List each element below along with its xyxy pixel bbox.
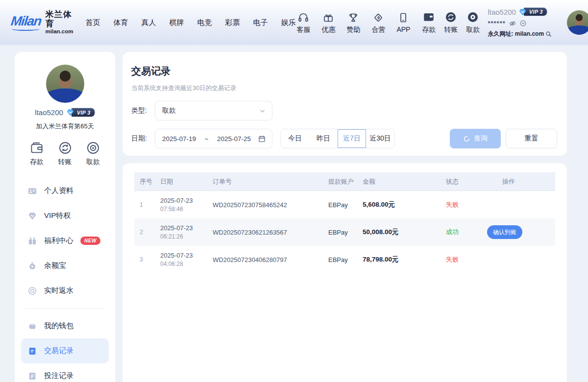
vip-diamond-icon	[518, 8, 527, 16]
nav-item-chess[interactable]: 棋牌	[169, 18, 184, 27]
page-title: 交易记录	[131, 65, 557, 78]
sidebar-divider	[25, 308, 105, 309]
sidebar-item-welfare[interactable]: 福利中心 NEW	[21, 228, 109, 253]
sidebar-username: ltao5200	[35, 108, 63, 117]
sidebar-item-rebate[interactable]: 实时返水	[21, 278, 109, 303]
nav-item-esports[interactable]: 电竞	[197, 18, 212, 27]
sidebar-item-vip[interactable]: VIP特权	[21, 203, 109, 228]
tag-icon	[372, 11, 384, 24]
refresh-balance-icon[interactable]	[519, 20, 527, 27]
transfer-label: 转账	[444, 25, 458, 34]
vip-diamond-icon	[66, 108, 74, 117]
sidebar-item-yuebao-label: 余额宝	[44, 261, 66, 270]
sidebar-quick-actions: 存款 转账 取款	[15, 141, 115, 167]
brand-logo-script: Milan	[10, 14, 42, 31]
table-row: 3 2025-07-23 04:06:28 WD2025072304062807…	[134, 246, 555, 273]
type-select[interactable]: 取款	[155, 101, 272, 120]
partner-link[interactable]: 合营	[370, 11, 386, 34]
sidebar-user-line: ltao5200 VIP 3	[15, 108, 115, 117]
row-date-day: 2025-07-23	[160, 224, 213, 232]
sidebar-item-yuebao[interactable]: 余额宝	[21, 253, 109, 278]
withdraw-label: 取款	[466, 25, 480, 34]
promo-link[interactable]: 优惠	[320, 11, 336, 34]
table-row: 1 2025-07-23 07:58:46 WD2025072307584652…	[134, 191, 555, 218]
col-index: 序号	[134, 177, 160, 186]
deposit-link[interactable]: 存款	[421, 11, 437, 34]
row-status: 失败	[446, 255, 502, 264]
sidebar-withdraw-label: 取款	[86, 158, 100, 167]
user-block: ltao5200 VIP 3 ******	[488, 7, 562, 38]
date-start: 2025-07-19	[162, 135, 196, 143]
id-card-icon	[27, 186, 37, 196]
sidebar-item-bets[interactable]: 投注记录	[21, 363, 109, 382]
sidebar-withdraw-button[interactable]: 取款	[86, 141, 100, 167]
vip-level-label: VIP 3	[523, 7, 547, 16]
transfer-outline-icon	[58, 141, 73, 155]
sidebar-item-wallet[interactable]: 我的钱包	[21, 313, 109, 338]
sidebar-item-vip-label: VIP特权	[44, 211, 71, 220]
row-action: 确认到账	[502, 225, 555, 239]
range-30days-button[interactable]: 近30日	[366, 129, 394, 148]
date-end: 2025-07-25	[217, 135, 251, 143]
range-yesterday-button[interactable]: 昨日	[309, 129, 338, 148]
nav-item-casino[interactable]: 娱乐	[281, 18, 295, 27]
header-wallet-links: 存款 转账	[421, 11, 481, 34]
sidebar-item-profile-label: 个人资料	[44, 186, 74, 195]
reset-button[interactable]: 重置	[506, 129, 557, 148]
user-avatar[interactable]	[567, 10, 588, 35]
row-order-no: WD202507230621263567	[213, 229, 328, 236]
range-7days-button[interactable]: 近7日	[338, 129, 366, 148]
join-days-text: 加入米兰体育第65天	[15, 122, 115, 131]
new-badge: NEW	[80, 237, 100, 245]
sidebar-avatar[interactable]	[46, 65, 84, 103]
service-link[interactable]: 客服	[295, 11, 311, 34]
trophy-icon	[347, 11, 359, 24]
transfer-link[interactable]: 转账	[443, 11, 459, 34]
date-label: 日期:	[131, 134, 155, 143]
date-range-input[interactable]: 2025-07-19 ~ 2025-07-25	[155, 129, 272, 148]
col-action: 操作	[502, 177, 555, 186]
withdraw-outline-icon	[86, 141, 100, 155]
sidebar-deposit-button[interactable]: 存款	[29, 141, 44, 167]
nav-item-sports[interactable]: 体育	[113, 18, 128, 27]
magnifier-icon[interactable]	[545, 30, 552, 38]
masked-balance: ******	[488, 20, 505, 26]
phone-icon	[397, 11, 409, 24]
row-index: 2	[134, 229, 160, 236]
range-today-button[interactable]: 今日	[281, 129, 309, 148]
chevron-down-icon	[259, 107, 266, 115]
withdraw-link[interactable]: 取款	[465, 11, 481, 34]
confirm-received-button[interactable]: 确认到账	[487, 225, 522, 239]
query-button[interactable]: 查询	[450, 129, 501, 148]
row-date: 2025-07-23 04:06:28	[160, 252, 213, 267]
deposit-label: 存款	[422, 25, 436, 34]
sidebar-menu: 个人资料 VIP特权 福利中心 NEW	[15, 178, 115, 382]
row-account: EBPay	[328, 201, 363, 209]
sidebar-item-transactions[interactable]: 交易记录	[21, 338, 109, 363]
sidebar-item-profile[interactable]: 个人资料	[21, 178, 109, 203]
sidebar-transfer-button[interactable]: 转账	[58, 141, 73, 167]
row-order-no: WD202507230406280797	[213, 256, 328, 263]
sponsor-link[interactable]: 赞助	[345, 11, 361, 34]
brand-logo-text: 米兰体育 milan.com	[46, 10, 74, 35]
rebate-icon	[27, 286, 37, 296]
eye-off-icon[interactable]	[509, 20, 516, 27]
app-link[interactable]: APP	[395, 11, 411, 34]
header-quick-links: 客服 优惠	[295, 11, 411, 34]
sidebar-vip-level: VIP 3	[71, 108, 95, 117]
brand-logo[interactable]: Milan 米兰体育 milan.com	[11, 10, 73, 35]
site-url-text: 永久网址: milan.com	[488, 31, 544, 37]
nav-item-live[interactable]: 真人	[141, 18, 156, 27]
vip-diamond-icon	[27, 211, 37, 221]
sidebar-transfer-label: 转账	[58, 158, 72, 167]
nav-item-slots[interactable]: 电子	[253, 18, 268, 27]
nav-item-lottery[interactable]: 彩票	[225, 18, 240, 27]
col-amount: 金额	[363, 177, 446, 186]
reset-button-label: 重置	[525, 134, 539, 143]
username[interactable]: ltao5200	[488, 8, 516, 16]
col-account: 提款账户	[328, 177, 363, 186]
vip-badge[interactable]: VIP 3	[518, 7, 547, 16]
brand-domain: milan.com	[46, 28, 74, 35]
nav-item-home[interactable]: 首页	[85, 18, 100, 27]
row-account: EBPay	[328, 256, 363, 263]
